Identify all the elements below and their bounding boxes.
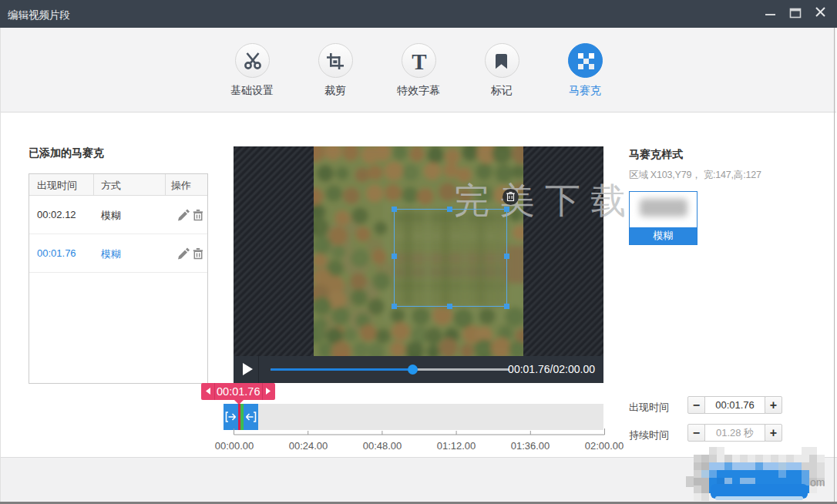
- svg-text:om: om: [810, 476, 825, 489]
